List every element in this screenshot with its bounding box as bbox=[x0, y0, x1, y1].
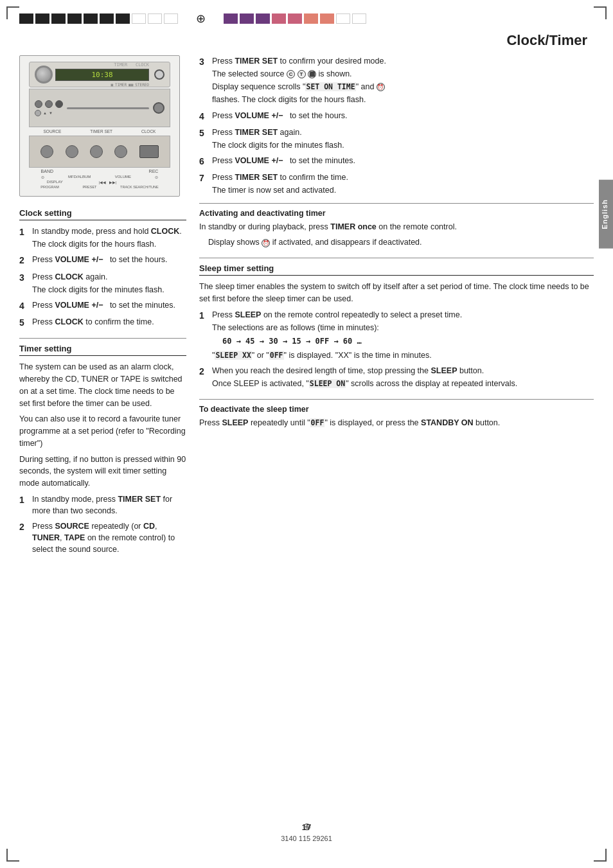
bar-block bbox=[288, 13, 302, 24]
right-column: 3 Press TIMER SET to confirm your desire… bbox=[199, 55, 594, 565]
step-number: 3 bbox=[199, 55, 208, 106]
deactivate-section: To deactivate the sleep timer Press SLEE… bbox=[199, 405, 594, 429]
step-number: 2 bbox=[199, 365, 208, 389]
step-number: 1 bbox=[199, 309, 208, 362]
step-number: 6 bbox=[199, 155, 208, 168]
timer-description-3: During setting, if no button is pressed … bbox=[19, 454, 186, 490]
cd-disc-icon bbox=[35, 66, 53, 84]
step-text: Press CLOCK to confirm the time. bbox=[32, 316, 186, 329]
step-number: 4 bbox=[199, 110, 208, 123]
timer-step-2: 2 Press SOURCE repeatedly (or CD, TUNER,… bbox=[19, 520, 186, 555]
timer-setting-section: Timer setting The system can be used as … bbox=[19, 344, 186, 555]
device-button bbox=[66, 145, 78, 158]
step-number: 4 bbox=[19, 299, 28, 312]
step-text: Press SOURCE repeatedly (or CD, TUNER, T… bbox=[32, 520, 186, 555]
corner-decoration-br bbox=[594, 849, 607, 862]
step-text: Press VOLUME +/− to set the minutes. bbox=[32, 299, 186, 312]
step-text: In standby mode, press and hold CLOCK. T… bbox=[32, 226, 186, 250]
step-number: 5 bbox=[19, 316, 28, 329]
section-divider-3 bbox=[199, 258, 594, 258]
step-text: Press VOLUME +/− to set the hours. bbox=[212, 110, 594, 123]
activating-text: In standby or during playback, press TIM… bbox=[199, 221, 594, 233]
left-column: TIMER CLOCK 10:38 ▣ TIMER ▣▣ STEREO bbox=[19, 55, 186, 565]
device-control-labels: SOURCE TIMER SET CLOCK bbox=[29, 128, 170, 134]
bar-block bbox=[51, 13, 66, 24]
cd-source-icon: C bbox=[287, 70, 295, 78]
timer-description-1: The system can be used as an alarm clock… bbox=[19, 361, 186, 409]
step-number: 1 bbox=[19, 493, 28, 517]
deactivate-heading: To deactivate the sleep timer bbox=[199, 405, 594, 414]
clock-setting-section: Clock setting 1 In standby mode, press a… bbox=[19, 208, 186, 329]
step-number: 2 bbox=[19, 520, 28, 555]
bar-block bbox=[116, 13, 130, 24]
bar-group-right bbox=[224, 13, 366, 24]
section-divider bbox=[19, 338, 186, 339]
step-text: Press TIMER SET again. The clock digits … bbox=[212, 127, 594, 151]
bar-block bbox=[224, 13, 238, 24]
page-title: Clock/Timer bbox=[506, 32, 587, 48]
timer-step-7: 7 Press TIMER SET to confirm the time. T… bbox=[199, 172, 594, 196]
timer-step-1: 1 In standby mode, press TIMER SET for m… bbox=[19, 493, 186, 517]
step-number: 1 bbox=[19, 226, 28, 250]
bar-block bbox=[35, 13, 49, 24]
device-illustration: TIMER CLOCK 10:38 ▣ TIMER ▣▣ STEREO bbox=[26, 62, 173, 190]
device-button bbox=[90, 145, 103, 158]
step-text: Press VOLUME +/− to set the minutes. bbox=[212, 155, 594, 168]
bar-block bbox=[304, 13, 318, 24]
clock-setting-steps: 1 In standby mode, press and hold CLOCK.… bbox=[19, 226, 186, 329]
activating-section: Activating and deactivating timer In sta… bbox=[199, 209, 594, 249]
page-title-area: Clock/Timer bbox=[0, 26, 613, 49]
device-program-labels: DISPLAY |◀◀▶▶| bbox=[29, 180, 170, 184]
corner-decoration-tl bbox=[6, 6, 19, 19]
deactivate-text: Press SLEEP repeatedly until "0FF" is di… bbox=[199, 417, 594, 429]
step-text: Press SLEEP on the remote control repeat… bbox=[212, 309, 594, 362]
section-divider-2 bbox=[199, 203, 594, 204]
device-button bbox=[114, 145, 127, 158]
language-tab: English bbox=[599, 180, 613, 249]
sleep-timer-steps: 1 Press SLEEP on the remote control repe… bbox=[199, 309, 594, 390]
clock-step-2: 2 Press VOLUME +/− to set the hours. bbox=[19, 254, 186, 267]
bar-block bbox=[272, 13, 286, 24]
top-decorative-bars: ⊕ bbox=[0, 0, 613, 26]
timer-step-3: 3 Press TIMER SET to confirm your desire… bbox=[199, 55, 594, 106]
corner-decoration-bl bbox=[6, 849, 19, 862]
clock-step-3: 3 Press CLOCK again. The clock digits fo… bbox=[19, 271, 186, 296]
bar-block bbox=[148, 13, 162, 24]
device-bottom-section bbox=[29, 136, 170, 168]
device-display: 10:38 bbox=[55, 69, 149, 81]
bar-block bbox=[67, 13, 82, 24]
bar-block bbox=[240, 13, 254, 24]
bar-block bbox=[84, 13, 98, 24]
corner-decoration-tr bbox=[594, 6, 607, 19]
bar-block bbox=[336, 13, 350, 24]
sleep-timer-section: Sleep timer setting The sleep timer enab… bbox=[199, 263, 594, 390]
activating-heading: Activating and deactivating timer bbox=[199, 209, 594, 218]
timer-setting-heading: Timer setting bbox=[19, 344, 186, 356]
device-image: TIMER CLOCK 10:38 ▣ TIMER ▣▣ STEREO bbox=[19, 55, 180, 197]
timer-step-5: 5 Press TIMER SET again. The clock digit… bbox=[199, 127, 594, 151]
device-button-wide bbox=[139, 145, 159, 158]
tuner-source-icon: T bbox=[298, 70, 306, 78]
activating-sub: Display shows ⏰ if activated, and disapp… bbox=[199, 236, 594, 249]
device-top-section: TIMER CLOCK 10:38 ▣ TIMER ▣▣ STEREO bbox=[29, 62, 170, 87]
step-number: 5 bbox=[199, 127, 208, 151]
step-text: Press TIMER SET to confirm the time. The… bbox=[212, 172, 594, 196]
device-middle-section: ▲ ▼ bbox=[29, 89, 170, 127]
bar-block bbox=[256, 13, 270, 24]
device-bottom-row-labels: PROGRAM PRESET TRACK SEARCH/TUNE bbox=[29, 185, 170, 189]
device-button bbox=[40, 145, 53, 158]
bar-group-left bbox=[19, 13, 178, 24]
step-text: When you reach the desired length of tim… bbox=[212, 365, 594, 389]
main-content: TIMER CLOCK 10:38 ▣ TIMER ▣▣ STEREO bbox=[0, 49, 613, 565]
alarm-display-icon: ⏰ bbox=[262, 239, 270, 247]
sleep-sequence: 60 → 45 → 30 → 15 → 0FF → 60 … bbox=[222, 336, 594, 347]
bar-block bbox=[100, 13, 114, 24]
alarm-icon: ⏰ bbox=[377, 83, 385, 91]
device-bottom-labels: ⊙ MFD/ALBUM VOLUME ⊙ bbox=[29, 175, 170, 179]
clock-step-4: 4 Press VOLUME +/− to set the minutes. bbox=[19, 299, 186, 312]
timer-continued-steps: 3 Press TIMER SET to confirm your desire… bbox=[199, 55, 594, 197]
tape-source-icon: ⬛ bbox=[308, 70, 316, 78]
bar-block bbox=[164, 13, 178, 24]
clock-step-1: 1 In standby mode, press and hold CLOCK.… bbox=[19, 226, 186, 250]
clock-step-5: 5 Press CLOCK to confirm the time. bbox=[19, 316, 186, 329]
